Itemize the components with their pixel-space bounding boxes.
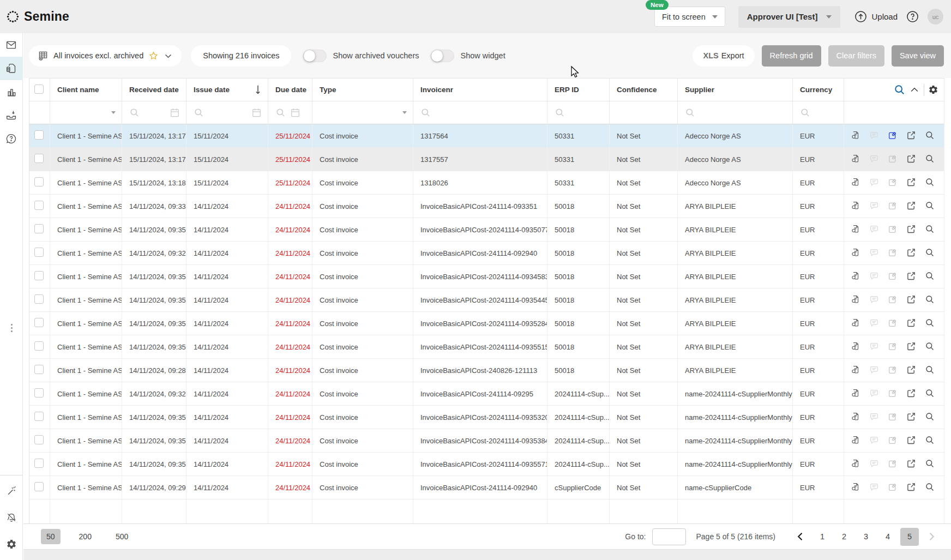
filter-currency[interactable] (793, 102, 843, 123)
comment-icon[interactable] (869, 388, 879, 400)
comment-icon[interactable] (869, 201, 879, 212)
open-external-icon[interactable] (906, 130, 916, 142)
calendar-icon[interactable] (251, 107, 262, 118)
chevron-down-icon[interactable] (164, 51, 173, 61)
column-header-supplier[interactable]: Supplier (678, 79, 793, 101)
row-search-icon[interactable] (925, 294, 935, 306)
comment-icon[interactable] (869, 412, 879, 423)
goto-page-input[interactable] (652, 528, 686, 545)
link-icon[interactable] (888, 435, 898, 447)
link-icon[interactable] (888, 201, 898, 212)
table-row[interactable]: Client 1 - Semine AS14/11/2024, 09:3514/… (29, 312, 944, 335)
filter-invoicenr[interactable] (414, 102, 546, 123)
comment-icon[interactable] (869, 130, 879, 142)
table-row[interactable]: Client 1 - Semine AS15/11/2024, 13:1715/… (29, 148, 944, 171)
sidebar-item-invoices[interactable] (0, 57, 23, 80)
link-icon[interactable] (888, 459, 898, 470)
row-search-icon[interactable] (925, 412, 935, 423)
row-checkbox[interactable] (34, 154, 44, 163)
grid-search-icon[interactable] (894, 84, 905, 95)
table-row[interactable]: Client 1 - Semine AS15/11/2024, 13:1715/… (29, 124, 944, 148)
column-header-type[interactable]: Type (312, 79, 413, 101)
filter-due-date[interactable] (269, 102, 311, 123)
document-preview-icon[interactable] (851, 177, 860, 189)
table-row[interactable]: Client 1 - Semine AS15/11/2024, 13:1815/… (29, 171, 944, 195)
link-icon[interactable] (888, 318, 898, 329)
document-preview-icon[interactable] (851, 201, 860, 212)
row-checkbox[interactable] (34, 482, 44, 491)
comment-icon[interactable] (869, 248, 879, 259)
table-row[interactable]: Client 1 - Semine AS14/11/2024, 09:2814/… (29, 359, 944, 382)
document-preview-icon[interactable] (851, 318, 860, 329)
table-row[interactable]: Client 1 - Semine AS14/11/2024, 09:3514/… (29, 406, 944, 429)
table-row[interactable]: Client 1 - Semine AS14/11/2024, 09:3514/… (29, 218, 944, 242)
table-row[interactable]: Client 1 - Semine AS14/11/2024, 09:3214/… (29, 242, 944, 265)
sidebar-item-notifications[interactable] (0, 505, 23, 529)
row-search-icon[interactable] (925, 130, 935, 142)
link-icon[interactable] (888, 271, 898, 282)
calendar-icon[interactable] (290, 107, 300, 118)
role-selector-dropdown[interactable]: Approver UI [Test] (738, 6, 841, 28)
row-checkbox[interactable] (34, 248, 44, 257)
open-external-icon[interactable] (906, 154, 916, 165)
comment-icon[interactable] (869, 365, 879, 376)
column-header-erp-id[interactable]: ERP ID (547, 79, 610, 101)
xls-export-button[interactable]: XLS Export (693, 45, 754, 67)
table-row[interactable]: Client 1 - Semine AS14/11/2024, 09:3514/… (29, 335, 944, 359)
filter-client-name[interactable] (51, 102, 121, 123)
row-checkbox[interactable] (34, 224, 44, 233)
document-preview-icon[interactable] (851, 224, 860, 236)
calendar-icon[interactable] (170, 107, 180, 118)
sidebar-drag-handle[interactable] (0, 324, 23, 332)
page-number-1[interactable]: 1 (813, 528, 832, 546)
link-icon[interactable] (888, 294, 898, 306)
star-icon[interactable] (148, 51, 159, 61)
column-header-invoicenr[interactable]: Invoicenr (413, 79, 547, 101)
row-checkbox[interactable] (34, 201, 44, 210)
table-row[interactable]: Client 1 - Semine AS14/11/2024, 09:3514/… (29, 288, 944, 312)
column-header-client-name[interactable]: Client name (50, 79, 122, 101)
link-icon[interactable] (888, 388, 898, 400)
document-preview-icon[interactable] (851, 412, 860, 423)
grid-settings-icon[interactable] (928, 85, 938, 95)
document-preview-icon[interactable] (851, 154, 860, 165)
sidebar-item-wizard[interactable] (0, 479, 23, 502)
document-preview-icon[interactable] (851, 271, 860, 282)
open-external-icon[interactable] (906, 412, 916, 423)
sidebar-item-reports[interactable] (0, 80, 23, 104)
filter-issue-date[interactable] (187, 102, 267, 123)
show-widget-toggle[interactable] (431, 50, 454, 62)
row-search-icon[interactable] (925, 154, 935, 165)
open-external-icon[interactable] (906, 365, 916, 376)
link-icon[interactable] (888, 154, 898, 165)
comment-icon[interactable] (869, 459, 879, 470)
row-search-icon[interactable] (925, 177, 935, 189)
comment-icon[interactable] (869, 318, 879, 329)
column-header-received-date[interactable]: Received date (122, 79, 186, 101)
open-external-icon[interactable] (906, 248, 916, 259)
document-preview-icon[interactable] (851, 365, 860, 376)
row-search-icon[interactable] (925, 482, 935, 493)
filter-supplier[interactable] (678, 102, 792, 123)
row-checkbox[interactable] (34, 318, 44, 327)
page-size-50[interactable]: 50 (41, 529, 61, 544)
comment-icon[interactable] (869, 154, 879, 165)
previous-page-button[interactable] (795, 531, 806, 542)
row-checkbox[interactable] (34, 365, 44, 374)
document-preview-icon[interactable] (851, 130, 860, 142)
filter-received-date[interactable] (123, 102, 185, 123)
row-checkbox[interactable] (34, 412, 44, 421)
row-checkbox[interactable] (34, 459, 44, 468)
row-search-icon[interactable] (925, 341, 935, 353)
sidebar-item-import[interactable] (0, 104, 23, 127)
comment-icon[interactable] (869, 435, 879, 447)
row-search-icon[interactable] (925, 365, 935, 376)
show-archived-toggle[interactable] (303, 50, 327, 62)
collapse-filters-icon[interactable] (909, 85, 920, 95)
upload-button[interactable]: Upload (854, 10, 898, 23)
row-checkbox[interactable] (34, 341, 44, 351)
open-external-icon[interactable] (906, 177, 916, 189)
table-row[interactable]: Client 1 - Semine AS14/11/2024, 09:3514/… (29, 453, 944, 476)
table-row[interactable]: Client 1 - Semine AS14/11/2024, 09:3314/… (29, 195, 944, 218)
help-button[interactable] (906, 10, 919, 23)
